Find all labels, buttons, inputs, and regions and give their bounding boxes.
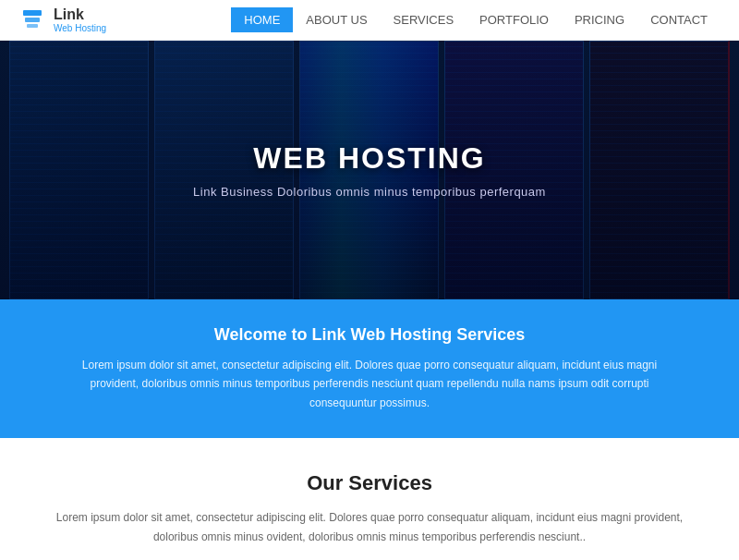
logo[interactable]: Link Web Hosting bbox=[18, 6, 106, 34]
hero-section: WEB HOSTING Link Business Doloribus omni… bbox=[0, 41, 739, 299]
services-text: Lorem ipsum dolor sit amet, consectetur … bbox=[55, 508, 684, 546]
logo-tagline: Web Hosting bbox=[54, 23, 106, 33]
welcome-title: Welcome to Link Web Hosting Services bbox=[74, 325, 665, 345]
hero-title: WEB HOSTING bbox=[253, 141, 485, 176]
hero-content: WEB HOSTING Link Business Doloribus omni… bbox=[0, 41, 739, 299]
nav-item-about[interactable]: ABOUT US bbox=[293, 7, 380, 32]
nav-item-portfolio[interactable]: PORTFOLIO bbox=[466, 7, 562, 32]
logo-brand: Link bbox=[54, 6, 106, 23]
nav-item-services[interactable]: SERVICES bbox=[381, 7, 467, 32]
nav-item-pricing[interactable]: PRICING bbox=[562, 7, 637, 32]
hero-subtitle: Link Business Doloribus omnis minus temp… bbox=[193, 185, 546, 199]
nav-item-home[interactable]: HOME bbox=[231, 7, 293, 32]
nav-links: HOME ABOUT US SERVICES PORTFOLIO PRICING… bbox=[231, 7, 721, 32]
svg-rect-0 bbox=[23, 10, 42, 16]
navbar: Link Web Hosting HOME ABOUT US SERVICES … bbox=[0, 0, 739, 41]
svg-rect-1 bbox=[25, 18, 40, 22]
welcome-section: Welcome to Link Web Hosting Services Lor… bbox=[0, 299, 739, 438]
logo-icon bbox=[18, 6, 46, 34]
nav-item-contact[interactable]: CONTACT bbox=[637, 7, 721, 32]
services-section: Our Services Lorem ipsum dolor sit amet,… bbox=[0, 438, 739, 560]
services-title: Our Services bbox=[55, 471, 684, 495]
svg-rect-2 bbox=[27, 24, 38, 28]
welcome-text: Lorem ipsum dolor sit amet, consectetur … bbox=[74, 356, 665, 412]
logo-text: Link Web Hosting bbox=[54, 6, 106, 33]
